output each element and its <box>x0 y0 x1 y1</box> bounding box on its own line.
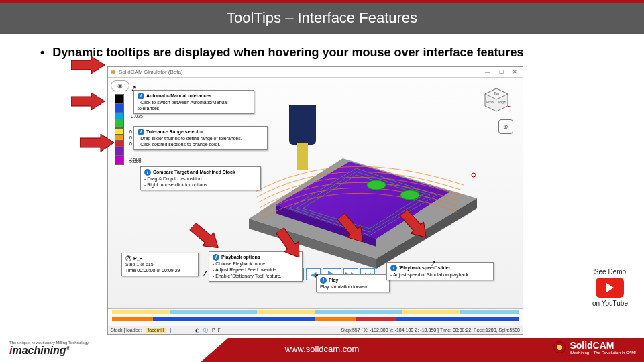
svg-line-15 <box>508 106 511 107</box>
youtube-label-top: See Demo <box>592 268 628 276</box>
info-icon: i <box>144 169 151 176</box>
tooltip-range-selector: iTolerance Range selector - Drag slider … <box>133 126 268 150</box>
gear-icon <box>553 341 566 353</box>
tol-seg[interactable] <box>115 146 124 156</box>
minimize-button[interactable]: — <box>482 69 493 75</box>
tol-seg[interactable] <box>115 103 124 113</box>
arrow-icon <box>71 56 105 76</box>
info-icon: i <box>390 265 397 272</box>
arrow-icon <box>80 134 114 154</box>
maximize-button[interactable]: ☐ <box>496 69 506 75</box>
tooltip-pf: ◷P_F Step 1 of 615Time 00:00:00 of 00:09… <box>121 253 199 276</box>
info-icon: i <box>138 129 144 135</box>
svg-text:Top: Top <box>494 91 499 95</box>
youtube-link[interactable]: See Demo on YouTube <box>592 268 628 307</box>
status-stock-value[interactable]: facemill <box>146 328 166 333</box>
eye-toggle-icon[interactable] <box>111 80 129 91</box>
timeline-bar-bottom[interactable] <box>112 317 519 321</box>
info-icon: i <box>213 254 219 261</box>
imachining-logo: The unique, revolutionary Milling Techno… <box>9 341 89 357</box>
view-cube[interactable]: Top Front Right x <box>482 86 511 114</box>
solidcam-logo: SolidCAMiMachining – The Revolution in C… <box>553 340 636 355</box>
app-titlebar: ▦ SolidCAM Simulator (Beta) — ☐ ✕ <box>108 67 523 78</box>
tol-seg[interactable] <box>115 94 124 103</box>
app-icon: ▦ <box>111 69 116 75</box>
compass-icon[interactable]: ⊕ <box>498 119 513 134</box>
youtube-label-bottom: on YouTube <box>592 300 628 307</box>
status-bar: Stock [ loaded: facemill ] ◐ ⓘ P_F Step:… <box>108 326 523 334</box>
clock-icon: ◷ <box>125 255 131 261</box>
svg-point-5 <box>367 180 386 190</box>
svg-marker-19 <box>80 134 114 152</box>
tol-seg[interactable] <box>115 119 124 128</box>
tooltip-speed-slider: i'Playback speed' slider - Adjust speed … <box>386 262 494 280</box>
close-button[interactable]: ✕ <box>509 69 520 75</box>
tooltip-play: iPlay Play simulation forward. <box>316 274 390 292</box>
svg-marker-17 <box>71 56 105 74</box>
svg-text:Right: Right <box>498 100 506 104</box>
status-pf: P_F <box>212 328 221 333</box>
status-coords: Step:557 [ X: -192.300 Y: -104.100 Z: -1… <box>341 328 520 333</box>
tooltip-auto-manual: iAutomatic/Manual tolerances - Click to … <box>133 90 254 114</box>
timeline-bar-top[interactable] <box>112 310 519 314</box>
info-icon: i <box>320 277 327 284</box>
svg-point-6 <box>400 190 419 200</box>
slide-title: ToolTips – Interface Features <box>0 0 644 34</box>
svg-rect-7 <box>289 105 316 145</box>
info-icon: i <box>138 93 144 99</box>
tolerance-bar[interactable]: -0.025 0.100 0.25 0.50 2.500 5.000 <box>115 94 124 164</box>
viewport-3d[interactable]: Top Front Right x ⊕ -0.025 0. <box>108 78 523 308</box>
tooltip-compare-stock: iCompare Target and Machined Stock - Dra… <box>140 166 261 190</box>
svg-point-9 <box>472 173 476 177</box>
youtube-icon[interactable] <box>596 278 624 298</box>
cursor-icon <box>202 269 208 278</box>
svg-rect-8 <box>297 143 308 170</box>
simulator-window: ▦ SolidCAM Simulator (Beta) — ☐ ✕ <box>107 66 523 335</box>
status-stock-label: Stock [ loaded: <box>111 328 142 333</box>
timeline: Stock [ loaded: facemill ] ◐ ⓘ P_F Step:… <box>108 308 523 334</box>
app-title: SolidCAM Simulator (Beta) <box>119 69 183 75</box>
svg-marker-18 <box>71 93 105 110</box>
footer-url[interactable]: www.solidcam.com <box>285 344 360 354</box>
arrow-icon <box>71 93 105 113</box>
footer: The unique, revolutionary Milling Techno… <box>0 338 644 362</box>
svg-text:Front: Front <box>486 100 494 104</box>
bullet-text: Dynamic tooltips are displayed when hove… <box>40 46 617 60</box>
